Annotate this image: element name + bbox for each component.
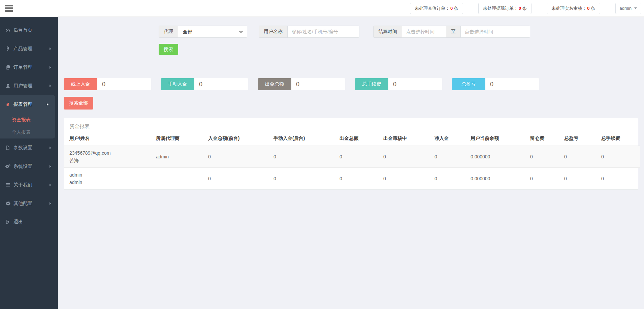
stat-manual-deposit: 手动入金 0 xyxy=(161,78,248,90)
badge-label: 未处理提现订单： xyxy=(483,5,518,11)
agent-select[interactable]: 全部 xyxy=(178,26,247,37)
sidebar-group-reports: ¥ 报表管理 资金报表 个人报表 xyxy=(0,95,55,138)
pending-withdraw-badge[interactable]: 未处理提现订单： 0 条 xyxy=(478,3,532,14)
table-row: 23456789@qq.com 苦海 admin 0 0 0 0 0 0.000… xyxy=(64,146,640,168)
document-icon xyxy=(5,145,11,150)
sidebar-item-orders[interactable]: 订单管理 xyxy=(0,58,58,76)
value-cell: 0 xyxy=(561,146,599,168)
sidebar-item-products[interactable]: 产品管理 xyxy=(0,39,58,58)
stat-online-deposit: 线上入金 0 xyxy=(64,78,151,90)
caret-down-icon xyxy=(634,7,637,9)
sidebar-item-dashboard[interactable]: 后台首页 xyxy=(0,21,58,39)
sidebar-item-other-config[interactable]: 其他配置 xyxy=(0,194,58,213)
stat-value: 0 xyxy=(194,78,248,90)
search-button[interactable]: 搜索 xyxy=(159,44,178,55)
stats-row: 线上入金 0 手动入金 0 出金总额 0 总手续费 0 总盈亏 0 xyxy=(64,78,638,90)
topbar: 未处理充值订单： 0 条 未处理提现订单： 0 条 未处理实名审核： 0 条 a… xyxy=(0,0,644,17)
badge-label: 未处理充值订单： xyxy=(415,5,450,11)
value-cell: 0 xyxy=(205,146,271,168)
badge-count: 0 xyxy=(587,6,589,11)
stat-label: 总手续费 xyxy=(355,78,388,90)
sidebar-item-about[interactable]: 关于我们 xyxy=(0,176,58,194)
stat-total-pnl: 总盈亏 0 xyxy=(452,78,539,90)
sidebar-subitem-personal-report[interactable]: 个人报表 xyxy=(0,126,55,138)
yen-icon: ¥ xyxy=(5,101,11,107)
username-input[interactable] xyxy=(288,26,359,37)
sidebar-item-label: 参数设置 xyxy=(13,145,32,151)
user-nickname: admin xyxy=(69,179,151,186)
username-filter-group: 用户名称 xyxy=(259,26,359,38)
sidebar-item-reports[interactable]: ¥ 报表管理 xyxy=(0,95,55,114)
chevron-right-icon xyxy=(50,202,51,205)
value-cell: 0 xyxy=(527,146,561,168)
pending-recharge-badge[interactable]: 未处理充值订单： 0 条 xyxy=(410,3,463,14)
column-header: 总盈亏 xyxy=(561,132,599,146)
stat-total-fee: 总手续费 0 xyxy=(355,78,442,90)
gears-icon xyxy=(5,164,11,169)
sidebar-item-system[interactable]: 系统设置 xyxy=(0,157,58,176)
stat-value: 0 xyxy=(388,78,442,90)
badge-suffix: 条 xyxy=(522,5,527,11)
sidebar-item-params[interactable]: 参数设置 xyxy=(0,138,58,157)
column-header: 净入金 xyxy=(432,132,468,146)
subitem-label: 资金报表 xyxy=(12,117,31,123)
agent-cell: admin xyxy=(153,146,205,168)
list-icon xyxy=(5,182,11,187)
sidebar: 后台首页 产品管理 订单管理 用户管理 ¥ 报表管理 xyxy=(0,17,58,309)
sidebar-subitem-fund-report[interactable]: 资金报表 xyxy=(0,114,55,126)
sidebar-item-label: 用户管理 xyxy=(13,83,32,89)
fund-report-panel: 资金报表 用户/姓名 所属代理商 入金总额(前台) 手动入金(后台) 出金总额 … xyxy=(64,118,638,190)
logout-icon xyxy=(5,219,11,224)
column-header: 用户当前余额 xyxy=(468,132,527,146)
gear-icon xyxy=(5,201,11,206)
to-label: 至 xyxy=(446,26,461,37)
value-cell: 0 xyxy=(205,168,271,190)
column-header: 出金审核中 xyxy=(381,132,432,146)
column-header: 留仓费 xyxy=(527,132,561,146)
user-cell: admin admin xyxy=(64,168,153,190)
sidebar-item-label: 其他配置 xyxy=(13,200,32,207)
admin-user-dropdown[interactable]: admin xyxy=(615,3,641,14)
pending-kyc-badge[interactable]: 未处理实名审核： 0 条 xyxy=(547,3,600,14)
settle-end-input[interactable] xyxy=(461,26,530,37)
stat-label: 出金总额 xyxy=(258,78,291,90)
settle-time-label: 结算时间 xyxy=(374,26,402,37)
value-cell: 0 xyxy=(527,168,561,190)
stat-value: 0 xyxy=(291,78,345,90)
value-cell: 0 xyxy=(599,168,640,190)
value-cell: 0.000000 xyxy=(468,146,527,168)
chevron-right-icon xyxy=(47,103,49,106)
sidebar-item-label: 退出 xyxy=(13,219,23,225)
admin-username: admin xyxy=(620,6,632,11)
sidebar-item-label: 后台首页 xyxy=(13,27,32,33)
value-cell: 0 xyxy=(381,168,432,190)
stat-label: 线上入金 xyxy=(64,78,97,90)
chevron-right-icon xyxy=(50,66,51,69)
value-cell: 0 xyxy=(337,168,381,190)
value-cell: 0 xyxy=(599,146,640,168)
chevron-right-icon xyxy=(50,165,51,168)
subitem-label: 个人报表 xyxy=(12,129,31,135)
value-cell: 0 xyxy=(271,168,337,190)
orders-copy-icon xyxy=(5,65,11,70)
chevron-right-icon xyxy=(50,48,51,50)
value-cell: 0 xyxy=(337,146,381,168)
user-account: 23456789@qq.com xyxy=(69,149,151,157)
value-cell: 0.000000 xyxy=(468,168,527,190)
sidebar-item-users[interactable]: 用户管理 xyxy=(0,76,58,95)
column-header: 出金总额 xyxy=(337,132,381,146)
stat-total-withdraw: 出金总额 0 xyxy=(258,78,345,90)
badge-suffix: 条 xyxy=(591,5,595,11)
search-all-button[interactable]: 搜索全部 xyxy=(64,97,93,110)
value-cell: 0 xyxy=(271,146,337,168)
stat-label: 手动入金 xyxy=(161,78,194,90)
chevron-right-icon xyxy=(50,147,51,149)
hamburger-menu-icon[interactable] xyxy=(5,4,13,13)
settle-start-input[interactable] xyxy=(402,26,446,37)
chevron-right-icon xyxy=(50,184,51,186)
sidebar-item-label: 订单管理 xyxy=(13,64,32,70)
stat-value: 0 xyxy=(97,78,151,90)
dashboard-icon xyxy=(5,28,11,33)
sidebar-item-logout[interactable]: 退出 xyxy=(0,213,58,231)
badge-suffix: 条 xyxy=(454,5,458,11)
